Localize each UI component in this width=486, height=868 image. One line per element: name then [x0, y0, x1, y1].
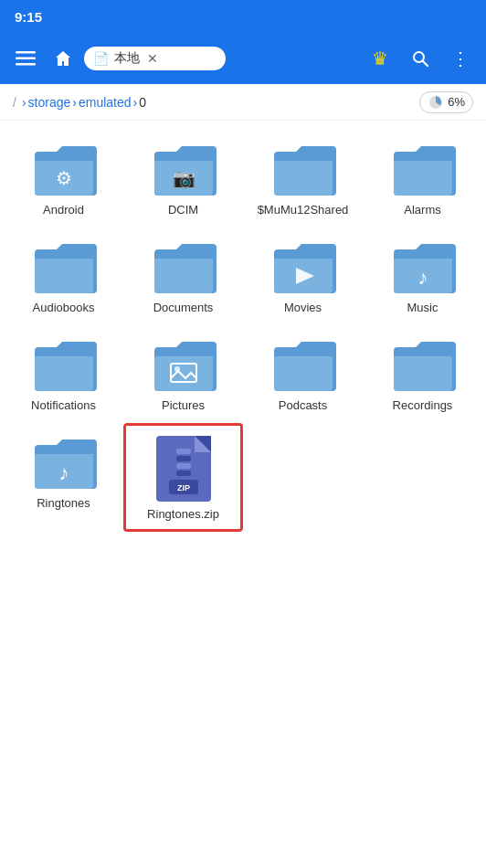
folder-icon: [390, 338, 456, 393]
status-time: 9:15: [15, 9, 42, 25]
svg-rect-2: [16, 63, 36, 66]
list-item[interactable]: ♪ Music: [363, 228, 482, 325]
folder-icon: [390, 143, 456, 197]
svg-line-4: [423, 61, 428, 67]
breadcrumb: / › storage › emulated › 0 6%: [0, 84, 486, 121]
file-name: Documents: [153, 301, 214, 316]
file-name: Movies: [284, 301, 322, 316]
file-name: Recordings: [393, 398, 453, 414]
file-grid: ⚙ Android 📷 DCIM $MuMu12Shar​ed: [0, 121, 486, 541]
svg-text:⚙: ⚙: [56, 168, 72, 188]
file-name: Alarms: [404, 203, 440, 218]
tab-doc-icon: 📄: [93, 51, 109, 66]
storage-percent: 6%: [448, 95, 465, 109]
list-item[interactable]: ⚙ Android: [4, 130, 123, 228]
search-icon[interactable]: [404, 49, 437, 68]
folder-icon: [270, 338, 336, 393]
list-item[interactable]: Pictures: [123, 325, 243, 423]
breadcrumb-storage[interactable]: storage: [28, 95, 71, 110]
list-item[interactable]: Recordings: [363, 325, 482, 423]
tab-label: 本地: [114, 50, 140, 67]
svg-text:♪: ♪: [58, 461, 69, 484]
breadcrumb-current: 0: [139, 95, 146, 110]
storage-pie-chart: [428, 94, 444, 111]
list-item[interactable]: Audiobooks: [4, 228, 123, 325]
svg-rect-16: [176, 449, 191, 454]
file-name: Music: [407, 301, 438, 316]
file-name: Ringtones.zip: [147, 507, 219, 523]
svg-rect-0: [16, 51, 36, 54]
tab-close-icon[interactable]: ✕: [147, 51, 158, 66]
toolbar: 📄 本地 ✕ ♛ ⋮: [0, 33, 486, 84]
svg-text:♪: ♪: [417, 266, 428, 289]
list-item[interactable]: Documents: [123, 228, 243, 325]
svg-rect-18: [176, 463, 191, 469]
folder-icon: [151, 240, 217, 295]
file-name: Pictures: [162, 398, 205, 414]
folder-icon: [270, 240, 336, 295]
list-item[interactable]: Notifications: [4, 325, 123, 423]
breadcrumb-emulated[interactable]: emulated: [79, 95, 132, 110]
menu-icon[interactable]: [9, 51, 42, 66]
home-icon[interactable]: [49, 49, 77, 68]
list-item[interactable]: ZIP Ringtones.zip: [123, 423, 243, 532]
list-item[interactable]: Podcasts: [243, 325, 363, 423]
breadcrumb-chevron-2: ›: [72, 95, 77, 110]
svg-text:ZIP: ZIP: [176, 483, 189, 492]
file-name: $MuMu12Shar​ed: [258, 203, 349, 218]
list-item[interactable]: Alarms: [363, 130, 482, 228]
list-item[interactable]: ♪ Ringtones: [4, 423, 123, 532]
svg-text:📷: 📷: [172, 167, 195, 189]
breadcrumb-chevron-3: ›: [133, 95, 138, 110]
status-bar: 9:15: [0, 0, 486, 33]
folder-icon: [270, 143, 336, 197]
folder-icon: [151, 338, 217, 393]
folder-icon: ⚙: [31, 143, 97, 197]
folder-icon: [31, 240, 97, 295]
file-name: Podcasts: [279, 398, 327, 414]
svg-rect-1: [16, 58, 36, 60]
storage-badge: 6%: [419, 91, 473, 113]
file-name: Notifications: [31, 398, 96, 414]
file-name: Android: [43, 203, 84, 218]
file-name: Audiobooks: [33, 301, 95, 316]
folder-icon: ♪: [31, 436, 97, 491]
more-icon[interactable]: ⋮: [444, 48, 477, 69]
tab-local[interactable]: 📄 本地 ✕: [84, 47, 226, 70]
file-name: Ringtones: [37, 496, 90, 512]
breadcrumb-chevron-1: ›: [22, 95, 26, 110]
crown-icon[interactable]: ♛: [364, 48, 396, 69]
folder-icon: ♪: [390, 240, 456, 295]
folder-icon: 📷: [151, 143, 217, 197]
file-name: DCIM: [168, 203, 198, 218]
breadcrumb-root-slash: /: [13, 95, 16, 110]
zip-file-icon: ZIP: [156, 436, 211, 502]
list-item[interactable]: Movies: [243, 228, 363, 325]
svg-rect-17: [176, 456, 191, 461]
folder-icon: [31, 338, 97, 393]
list-item[interactable]: $MuMu12Shar​ed: [243, 130, 363, 228]
list-item[interactable]: 📷 DCIM: [123, 130, 243, 228]
svg-rect-19: [176, 471, 191, 476]
